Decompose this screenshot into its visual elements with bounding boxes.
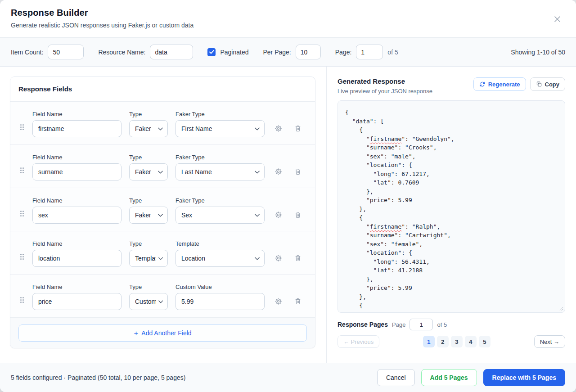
drag-handle-icon[interactable] [20, 124, 24, 130]
field-row: Field Name Type Faker Faker Type Last Na… [10, 145, 315, 188]
page-input[interactable] [356, 45, 383, 59]
drag-handle-icon[interactable] [20, 211, 24, 216]
dialog-footer: 5 fields configured · Paginated (50 tota… [0, 363, 576, 392]
trash-icon [294, 168, 302, 176]
close-icon [554, 15, 561, 23]
field-settings-button[interactable] [274, 297, 282, 305]
page-number-list: 1 2 3 4 5 [379, 336, 534, 347]
field-settings-button[interactable] [274, 125, 282, 132]
next-page-button[interactable]: Next → [534, 335, 565, 348]
copy-button[interactable]: Copy [530, 77, 566, 91]
chevron-down-icon [255, 127, 260, 131]
page-number-button[interactable]: 3 [451, 336, 463, 347]
dialog-header: Response Builder Generate realistic JSON… [0, 0, 576, 38]
item-count-input[interactable] [48, 45, 84, 59]
faker-type-select[interactable]: Sex [176, 207, 265, 224]
faker-type-select[interactable]: First Name [176, 120, 265, 137]
gear-icon [274, 125, 282, 132]
card-header: Response Fields [10, 77, 315, 102]
json-preview-textarea[interactable]: { "data": [ { "firstname": "Gwendolyn", … [338, 100, 565, 313]
delete-field-button[interactable] [294, 211, 302, 219]
field-name-input[interactable] [32, 293, 122, 310]
gear-icon [274, 168, 282, 176]
type-select[interactable]: Faker [129, 120, 168, 137]
type-select[interactable]: Faker [129, 163, 168, 180]
chevron-down-icon [158, 214, 163, 217]
chevron-down-icon [158, 127, 163, 131]
field-name-label: Field Name [32, 197, 122, 204]
delete-field-button[interactable] [294, 125, 302, 132]
type-label: Type [129, 284, 168, 290]
showing-range-text: Showing 1-10 of 50 [511, 49, 565, 56]
page-title: Response Builder [11, 8, 565, 18]
per-page-input[interactable] [296, 45, 321, 59]
trash-icon [294, 125, 302, 132]
preview-subtitle: Live preview of your JSON response [338, 88, 432, 95]
per-page-label: Per Page: [263, 49, 291, 56]
field-row: Field Name Type Templat Template Locatio… [10, 231, 315, 275]
type-select[interactable]: Faker [129, 207, 168, 224]
response-pages-title: Response Pages [338, 321, 388, 328]
field-name-input[interactable] [32, 207, 122, 224]
field-name-input[interactable] [32, 250, 122, 267]
type-select[interactable]: Templat [129, 250, 168, 267]
refresh-icon [479, 81, 486, 87]
chevron-down-icon [158, 171, 163, 174]
field-settings-button[interactable] [274, 254, 282, 262]
resource-name-label: Resource Name: [98, 49, 145, 56]
custom-value-input[interactable] [176, 293, 265, 310]
cancel-button[interactable]: Cancel [377, 369, 415, 386]
page-of-text: of 5 [387, 49, 398, 56]
paginated-checkbox[interactable] [207, 48, 216, 56]
fields-panel: Response Fields Field Name Type Faker Fa… [0, 67, 327, 363]
settings-toolbar: Item Count: Resource Name: Paginated Per… [0, 38, 576, 67]
pagination-page-input[interactable] [410, 319, 433, 330]
page-label: Page: [335, 49, 352, 56]
page-subtitle: Generate realistic JSON responses using … [11, 22, 565, 29]
field-row: Field Name Type Faker Faker Type Sex [10, 188, 315, 231]
preview-panel: Generated Response Live preview of your … [327, 67, 576, 363]
json-preview-code: { "data": [ { "firstname": "Gwendolyn", … [345, 108, 558, 310]
copy-icon [536, 81, 542, 87]
replace-pages-button[interactable]: Replace with 5 Pages [483, 369, 565, 386]
delete-field-button[interactable] [294, 168, 302, 176]
chevron-down-icon [158, 300, 163, 303]
main-area: Response Fields Field Name Type Faker Fa… [0, 67, 576, 363]
field-name-input[interactable] [32, 163, 122, 180]
close-button[interactable] [552, 14, 562, 24]
faker-type-label: Faker Type [176, 197, 265, 204]
type-label: Type [129, 197, 168, 204]
trash-icon [294, 254, 302, 262]
resize-grip-icon[interactable] [559, 307, 563, 311]
field-name-input[interactable] [32, 120, 122, 137]
resource-name-input[interactable] [150, 45, 193, 59]
regenerate-button[interactable]: Regenerate [473, 77, 526, 91]
page-number-button[interactable]: 1 [423, 336, 435, 347]
type-select[interactable]: Custom [129, 293, 168, 310]
add-field-button[interactable]: + Add Another Field [18, 324, 307, 342]
chevron-down-icon [255, 257, 260, 260]
response-fields-card: Response Fields Field Name Type Faker Fa… [10, 77, 315, 348]
faker-type-select[interactable]: Last Name [176, 163, 265, 180]
template-label: Template [176, 240, 265, 247]
add-pages-button[interactable]: Add 5 Pages [421, 369, 477, 386]
field-settings-button[interactable] [274, 168, 282, 176]
field-row: Field Name Type Custom Custom Value [10, 275, 315, 318]
pagination-of-text: of 5 [437, 321, 447, 328]
page-number-button[interactable]: 4 [465, 336, 477, 347]
template-select[interactable]: Location [176, 250, 265, 267]
drag-handle-icon[interactable] [20, 167, 24, 173]
field-settings-button[interactable] [274, 211, 282, 219]
pagination-page-label: Page [392, 321, 405, 328]
drag-handle-icon[interactable] [20, 297, 24, 303]
delete-field-button[interactable] [294, 297, 302, 305]
trash-icon [294, 211, 302, 219]
field-name-label: Field Name [32, 240, 122, 247]
gear-icon [274, 297, 282, 305]
delete-field-button[interactable] [294, 254, 302, 262]
drag-handle-icon[interactable] [20, 254, 24, 260]
page-number-button[interactable]: 2 [437, 336, 449, 347]
page-number-button[interactable]: 5 [479, 336, 490, 347]
previous-page-button[interactable]: ← Previous [338, 335, 379, 348]
faker-type-label: Faker Type [176, 154, 265, 161]
